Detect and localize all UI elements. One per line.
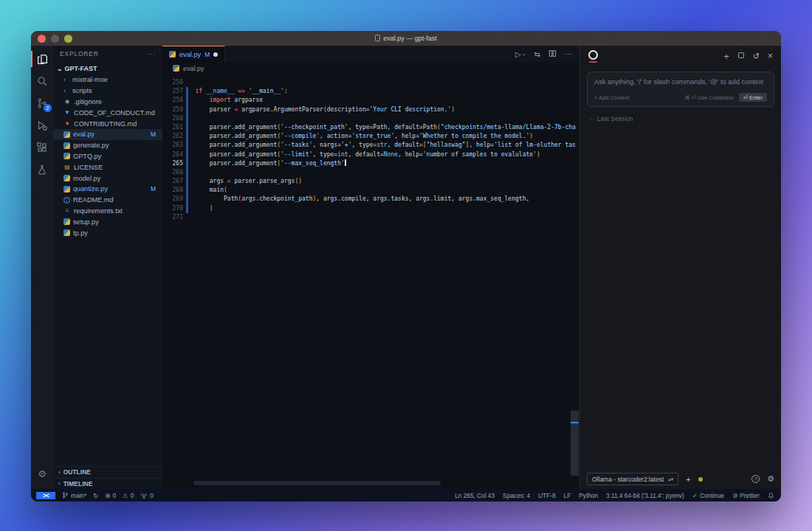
line-number[interactable]: 267: [162, 177, 183, 186]
status-language-mode[interactable]: Python: [579, 492, 598, 499]
line-number[interactable]: 257: [162, 87, 183, 96]
line-number[interactable]: 271: [162, 213, 183, 222]
extensions-icon[interactable]: [31, 136, 53, 159]
status-errors[interactable]: ⊗0: [105, 492, 116, 499]
search-icon[interactable]: [31, 70, 53, 92]
code-line-263[interactable]: 263 parser.add_argument('--tasks', nargs…: [162, 141, 579, 150]
editor-horizontal-scrollbar[interactable]: [193, 481, 441, 485]
status-remote[interactable]: ><: [36, 492, 55, 499]
tab-eval-py[interactable]: eval.py M: [162, 46, 225, 62]
help-icon[interactable]: ?: [751, 475, 760, 483]
code-line-264[interactable]: 264 parser.add_argument('--limit', type=…: [162, 150, 579, 159]
line-number[interactable]: 269: [162, 195, 183, 204]
enter-button[interactable]: ⏎ Enter: [739, 93, 767, 102]
code-line-265[interactable]: 265 parser.add_argument('--max_seq_lengt…: [162, 159, 579, 168]
file-item-requirements-txt[interactable]: ≡requirements.txt: [53, 206, 162, 217]
close-panel-icon[interactable]: ×: [768, 51, 773, 61]
line-number[interactable]: 260: [162, 114, 183, 123]
file-item-mixtral-moe[interactable]: ›mixtral-moe: [53, 74, 162, 86]
code-line-258[interactable]: 258 import argparse: [162, 96, 579, 105]
code-line-271[interactable]: 271: [162, 213, 579, 222]
more-actions-icon[interactable]: ···: [565, 50, 572, 58]
chat-input[interactable]: Ask anything, '/' for slash commands, '@…: [587, 72, 774, 107]
file-item-generate-py[interactable]: generate.py: [53, 140, 162, 151]
code-line-269[interactable]: 269 Path(args.checkpoint_path), args.com…: [162, 195, 579, 204]
last-session-link[interactable]: ← Last Session: [589, 115, 772, 122]
status-continue-extension[interactable]: ✓Continue: [692, 492, 724, 499]
file-item--gitignore[interactable]: ◆.gitignore: [53, 97, 162, 108]
line-number[interactable]: 265: [162, 159, 183, 168]
line-number[interactable]: 270: [162, 204, 183, 213]
editor-vertical-scrollbar[interactable]: [571, 411, 579, 476]
status-encoding[interactable]: UTF-8: [538, 492, 556, 499]
history-icon[interactable]: ↺: [753, 52, 760, 61]
tab-label: eval.py: [179, 51, 201, 58]
run-debug-icon[interactable]: [31, 114, 53, 136]
file-item-tp-py[interactable]: tp.py: [53, 227, 162, 238]
file-item-eval-py[interactable]: eval.pyM: [53, 129, 162, 140]
line-number[interactable]: 263: [162, 141, 183, 150]
file-item-readme-md[interactable]: iREADME.md: [53, 195, 162, 206]
line-number[interactable]: 266: [162, 168, 183, 177]
sidebar-section-outline[interactable]: ›OUTLINE: [53, 466, 162, 478]
explorer-icon[interactable]: [31, 48, 53, 70]
code-line-256[interactable]: 256: [162, 78, 579, 87]
source-control-icon[interactable]: 2: [31, 92, 53, 114]
code-area[interactable]: 256257if __name__ == '__main__':258 impo…: [162, 74, 579, 489]
code-line-260[interactable]: 260: [162, 114, 579, 123]
status-label: 0: [112, 492, 116, 499]
status-eol[interactable]: LF: [564, 492, 571, 499]
file-item-model-py[interactable]: model.py: [53, 173, 162, 184]
file-item-quantize-py[interactable]: quantize.pyM: [53, 184, 162, 195]
line-number[interactable]: 256: [162, 78, 183, 87]
model-selector[interactable]: Ollama - starcoder2:latest ▴▾: [587, 473, 678, 485]
status-label: 3.11.4 64-bit ('3.11.4': pyenv): [606, 492, 684, 499]
git-gutter-marker: [186, 114, 188, 123]
line-number[interactable]: 261: [162, 123, 183, 132]
status-ports[interactable]: 0: [140, 492, 154, 499]
status-cursor-position[interactable]: Ln 265, Col 43: [455, 492, 495, 499]
file-item-scripts[interactable]: ›scripts: [53, 86, 162, 97]
file-item-contributing-md[interactable]: ♥CONTRIBUTING.md: [53, 118, 162, 129]
file-item-license[interactable]: ▤LICENSE: [53, 162, 162, 173]
code-line-262[interactable]: 262 parser.add_argument('--compile', act…: [162, 132, 579, 141]
file-item-code-of-conduct-md[interactable]: ▼CODE_OF_CONDUCT.md: [53, 107, 162, 118]
line-number[interactable]: 268: [162, 186, 183, 195]
new-session-icon[interactable]: +: [723, 51, 729, 62]
line-number[interactable]: 262: [162, 132, 183, 141]
project-root-folder[interactable]: ⌄ GPT-FAST: [53, 62, 162, 74]
status-indentation[interactable]: Spaces: 4: [503, 492, 530, 499]
run-python-file-button[interactable]: ▷⌄: [515, 50, 526, 58]
add-model-button[interactable]: +: [684, 475, 692, 484]
add-context-button[interactable]: + Add Context: [594, 94, 629, 101]
split-editor-icon[interactable]: [548, 49, 557, 59]
status-python-interpreter[interactable]: 3.11.4 64-bit ('3.11.4': pyenv): [606, 492, 684, 499]
fullscreen-icon[interactable]: [737, 52, 745, 60]
code-line-267[interactable]: 267 args = parser.parse_args(): [162, 177, 579, 186]
window-titlebar[interactable]: eval.py — gpt-fast: [31, 31, 781, 46]
code-line-268[interactable]: 268 main(: [162, 186, 579, 195]
panel-settings-gear-icon[interactable]: ⚙: [767, 474, 774, 484]
status-warnings[interactable]: ⚠0: [123, 492, 134, 499]
status-notifications[interactable]: [768, 492, 774, 499]
sidebar-section-timeline[interactable]: ›TIMELINE: [53, 478, 162, 490]
testing-icon[interactable]: [31, 159, 53, 181]
status-prettier-extension[interactable]: ⊘Prettier: [732, 492, 760, 499]
file-item-gptq-py[interactable]: GPTQ.py: [53, 151, 162, 162]
unsaved-dot-icon[interactable]: [213, 52, 218, 57]
code-line-261[interactable]: 261 parser.add_argument('--checkpoint_pa…: [162, 123, 579, 132]
settings-gear-icon[interactable]: ⚙: [31, 462, 53, 485]
line-number[interactable]: 264: [162, 150, 183, 159]
open-changes-icon[interactable]: ⇆: [534, 50, 540, 58]
status-sync[interactable]: ↻: [93, 492, 98, 499]
code-line-257[interactable]: 257if __name__ == '__main__':: [162, 87, 579, 96]
explorer-more-actions-icon[interactable]: ···: [148, 50, 156, 58]
breadcrumb[interactable]: eval.py: [162, 62, 579, 74]
code-line-266[interactable]: 266: [162, 168, 579, 177]
code-line-270[interactable]: 270 ): [162, 204, 579, 213]
line-number[interactable]: 258: [162, 96, 183, 105]
code-line-259[interactable]: 259 parser = argparse.ArgumentParser(des…: [162, 105, 579, 114]
status-branch[interactable]: main*: [62, 491, 86, 499]
line-number[interactable]: 259: [162, 105, 183, 114]
file-item-setup-py[interactable]: setup.py: [53, 216, 162, 227]
